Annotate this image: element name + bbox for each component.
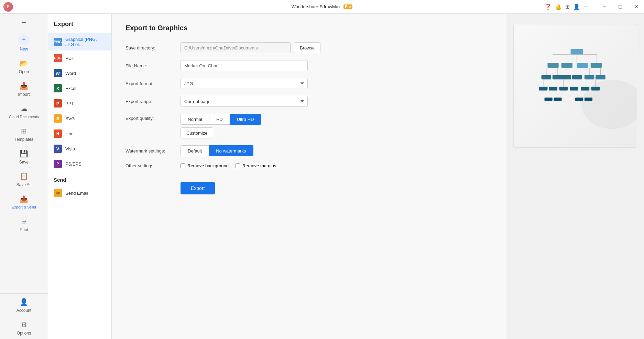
- saveas-icon: 📋: [19, 171, 29, 181]
- save-directory-input[interactable]: [181, 42, 291, 53]
- file-name-input[interactable]: [181, 60, 308, 71]
- sidebar-label-cloud: Cloud Documents: [9, 115, 39, 119]
- email-icon: ✉: [54, 189, 62, 197]
- sidebar-item-options[interactable]: ⚙ Options: [0, 316, 48, 339]
- format-item-svg[interactable]: S SVG: [48, 111, 111, 126]
- word-icon: W: [54, 69, 62, 77]
- watermark-row: Watermark settings: Default No watermark…: [125, 145, 493, 156]
- format-label-pseps: PS/EPS: [65, 161, 81, 167]
- watermark-button-group: Default No watermarks: [181, 145, 253, 156]
- format-item-pseps[interactable]: P PS/EPS: [48, 156, 111, 171]
- format-item-pdf[interactable]: PDF PDF: [48, 50, 111, 66]
- browse-button[interactable]: Browse: [294, 42, 320, 53]
- html-icon: H: [54, 129, 62, 138]
- quality-options: Normal HD Ultra HD Customize: [181, 114, 261, 138]
- send-email-item[interactable]: ✉ Send Email: [48, 185, 111, 201]
- svg-rect-5: [591, 63, 602, 68]
- format-item-word[interactable]: W Word: [48, 66, 111, 81]
- share-icon[interactable]: 👤: [573, 3, 580, 10]
- export-format-select[interactable]: JPG PNG BMP GIF: [181, 78, 308, 89]
- sidebar-item-new[interactable]: + New: [0, 31, 48, 55]
- format-label-html: Html: [65, 131, 75, 136]
- back-button[interactable]: ←: [0, 14, 48, 31]
- pdf-icon: PDF: [54, 54, 62, 62]
- notification-icon[interactable]: 🔔: [555, 3, 562, 10]
- cloud-icon: ☁: [19, 104, 29, 113]
- customize-button[interactable]: Customize: [181, 127, 213, 138]
- remove-background-checkbox-item[interactable]: Remove background: [181, 163, 229, 168]
- svg-rect-16: [596, 75, 605, 80]
- svg-icon: S: [54, 114, 62, 123]
- minimize-button[interactable]: −: [597, 0, 612, 14]
- format-label-ppt: PPT: [65, 101, 74, 106]
- format-label-excel: Excel: [65, 86, 76, 91]
- preview-panel: [506, 14, 644, 339]
- window-controls: − □ ✕: [597, 0, 644, 14]
- export-range-select[interactable]: Current page All pages Custom range: [181, 96, 308, 107]
- maximize-button[interactable]: □: [612, 0, 628, 14]
- export-sidebar-title: Export: [48, 14, 111, 33]
- remove-background-checkbox[interactable]: [181, 163, 185, 168]
- sidebar-item-templates[interactable]: ⊞ Templates: [0, 123, 48, 145]
- format-label-word: Word: [65, 71, 76, 76]
- export-button[interactable]: Export: [181, 182, 215, 194]
- save-directory-row: Save directory: Browse: [125, 42, 493, 53]
- sidebar-item-print[interactable]: 🖨 Print: [0, 213, 48, 236]
- quality-ultrahd-button[interactable]: Ultra HD: [230, 114, 261, 125]
- format-label-png: Graphics (PNG, JPG et...: [65, 37, 106, 47]
- pseps-icon: P: [54, 160, 62, 168]
- svg-rect-3: [561, 63, 572, 68]
- svg-rect-4: [577, 63, 588, 68]
- sidebar-label-save: Save: [19, 160, 29, 165]
- more-icon[interactable]: ⋯: [583, 3, 589, 10]
- options-icon: ⚙: [19, 320, 29, 329]
- format-item-visio[interactable]: V Visio: [48, 141, 111, 156]
- save-icon: 💾: [19, 149, 29, 158]
- export-format-label: Export format:: [125, 81, 177, 86]
- org-chart-svg: [514, 24, 637, 147]
- sidebar-item-open[interactable]: 📂 Open: [0, 55, 48, 78]
- sidebar-label-export: Export & Send: [12, 205, 36, 210]
- new-icon: +: [19, 34, 30, 45]
- quality-normal-button[interactable]: Normal: [181, 114, 209, 125]
- close-button[interactable]: ✕: [628, 0, 644, 14]
- png-icon: PNG: [54, 38, 62, 46]
- format-label-visio: Visio: [65, 146, 75, 151]
- ppt-icon: P: [54, 99, 62, 108]
- sidebar-label-open: Open: [19, 69, 29, 74]
- svg-rect-2: [547, 63, 558, 68]
- titlebar: R Wondershare EdrawMax Pro ❓ 🔔 ⊞ 👤 ⋯ − □…: [0, 0, 644, 14]
- export-quality-label: Export quality:: [125, 114, 177, 121]
- svg-rect-36: [554, 98, 561, 101]
- sidebar-item-export[interactable]: 📤 Export & Send: [0, 191, 48, 213]
- save-directory-label: Save directory:: [125, 45, 177, 50]
- svg-rect-25: [559, 87, 568, 91]
- help-icon[interactable]: ❓: [545, 3, 552, 10]
- svg-rect-12: [553, 75, 563, 80]
- avatar[interactable]: R: [3, 2, 13, 12]
- svg-rect-24: [549, 87, 557, 91]
- format-item-png[interactable]: PNG Graphics (PNG, JPG et...: [48, 33, 111, 50]
- remove-margins-checkbox[interactable]: [236, 163, 240, 168]
- export-range-label: Export range:: [125, 99, 177, 104]
- svg-point-0: [581, 80, 637, 129]
- sidebar-item-saveas[interactable]: 📋 Save As: [0, 168, 48, 191]
- format-item-ppt[interactable]: P PPT: [48, 96, 111, 111]
- format-label-svg: SVG: [65, 116, 75, 121]
- sidebar-item-account[interactable]: 👤 Account: [0, 294, 48, 316]
- sidebar-item-save[interactable]: 💾 Save: [0, 145, 48, 168]
- quality-hd-button[interactable]: HD: [209, 114, 230, 125]
- format-item-html[interactable]: H Html: [48, 126, 111, 141]
- other-settings-label: Other settings:: [125, 163, 177, 168]
- watermark-none-button[interactable]: No watermarks: [209, 145, 253, 156]
- format-item-excel[interactable]: X Excel: [48, 81, 111, 96]
- apps-icon[interactable]: ⊞: [565, 3, 570, 10]
- sidebar-item-import[interactable]: 📥 Import: [0, 78, 48, 100]
- sidebar-label-templates: Templates: [14, 137, 33, 142]
- export-icon: 📤: [19, 194, 29, 204]
- remove-margins-checkbox-item[interactable]: Remove margins: [236, 163, 276, 168]
- sidebar-item-cloud[interactable]: ☁ Cloud Documents: [0, 100, 48, 123]
- watermark-default-button[interactable]: Default: [181, 145, 209, 156]
- app-name: Wondershare EdrawMax: [292, 4, 341, 9]
- print-icon: 🖨: [19, 216, 29, 226]
